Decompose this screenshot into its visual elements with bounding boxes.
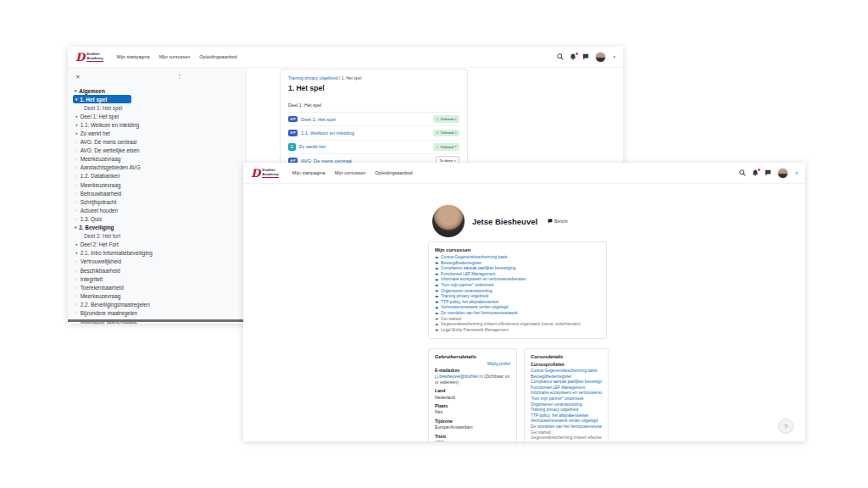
nav-item[interactable]: Mijn cursussen <box>335 170 366 175</box>
course-link[interactable]: Compliance aanpak jaarlijkse bevestiging <box>435 266 600 272</box>
course-link[interactable]: TTP-policy, het afsprakenstelsel <box>435 300 600 306</box>
course-index-item[interactable]: 2.2. Beveiligingsmaatregelen <box>73 300 241 308</box>
course-index-item[interactable]: 1. Het spel <box>73 95 131 103</box>
course-index-item[interactable]: Schrijfopdracht <box>73 197 241 206</box>
course-profile-link[interactable]: TTP-policy, het afsprakenstelsel <box>531 413 602 419</box>
search-icon[interactable] <box>557 53 564 60</box>
messages-icon[interactable] <box>765 169 771 176</box>
user-menu-caret-icon[interactable]: ▾ <box>795 170 798 175</box>
activity-row: Deel 1: Het spel Voltooid <box>288 113 459 126</box>
course-link-label: Compliance aanpak jaarlijkse bevestiging <box>441 266 515 272</box>
course-index-item[interactable]: Deel 2: Het Fort <box>73 241 241 249</box>
course-link[interactable]: Get started <box>435 317 600 323</box>
completion-status-button[interactable]: Voltooid <box>433 115 459 123</box>
course-index-item[interactable]: Betrouwbaarheid <box>73 189 241 197</box>
breadcrumb-course-link[interactable]: Training privacy uitgebreid <box>288 75 337 80</box>
course-profile-link[interactable]: Get started <box>531 430 602 436</box>
course-profile-link[interactable]: Training privacy uitgebreid <box>531 408 602 413</box>
course-index-item[interactable]: Multifactor authenticatie <box>73 318 241 324</box>
search-icon[interactable] <box>739 169 746 176</box>
course-profile-link[interactable]: Functioneel LEF Management <box>531 385 602 391</box>
course-index-item[interactable]: Bijzondere maatregelen <box>73 308 241 317</box>
course-link[interactable]: Vertrouwensnetwerk verder uitgelegd <box>435 305 600 311</box>
close-drawer-icon[interactable]: ✕ <box>75 74 80 80</box>
graduation-cap-icon <box>435 262 439 264</box>
course-index-item[interactable]: Deel 1: Het spel <box>73 103 241 112</box>
course-profile-link[interactable]: Organiseren verantwoording <box>531 402 602 408</box>
course-index-item-label: Meerkeuzevraag <box>81 156 121 162</box>
completion-status-button[interactable]: Voltooid <box>433 143 459 151</box>
course-link[interactable]: Organiseren verantwoording <box>435 289 600 295</box>
course-index-item[interactable]: Integriteit <box>73 274 241 283</box>
completion-status-button[interactable]: Voltooid <box>433 130 459 137</box>
notification-badge <box>758 169 760 171</box>
message-button[interactable]: Bericht <box>548 219 568 224</box>
course-profile-link[interactable]: Compliance aanpak jaarlijkse bevestiging <box>531 380 602 385</box>
course-profile-link[interactable]: Cursus Gegevensbescherming basis <box>531 369 602 374</box>
course-index-item[interactable]: Deel 1: Het spel <box>73 112 241 120</box>
course-index-item[interactable]: AVG: De mens centraal <box>73 138 241 147</box>
nav-item[interactable]: Mijn cursussen <box>159 54 191 59</box>
course-profile-link[interactable]: "Ken mijn partner" onderzoek <box>531 396 602 402</box>
course-index-item[interactable]: 2. Beveiliging <box>73 224 241 232</box>
activity-link[interactable]: 1.1. Welkom en inleiding <box>301 130 354 136</box>
course-index-item[interactable]: Vertrouwelijkheid <box>73 258 241 266</box>
nav-item[interactable]: Mijn startpagina <box>292 170 326 175</box>
course-index-item[interactable]: AVG: De wettelijke eisen <box>73 147 241 155</box>
course-link[interactable]: Training privacy uitgebreid <box>435 294 600 300</box>
nav-item[interactable]: Opleidingsaanbod <box>199 54 236 59</box>
nav-item[interactable]: Opleidingsaanbod <box>375 170 412 175</box>
notifications-bell-icon[interactable] <box>570 53 576 60</box>
course-index-item[interactable]: Meerkeuzevraag <box>73 155 241 164</box>
activity-link[interactable]: Zo werkt het <box>299 144 326 149</box>
user-menu-caret-icon[interactable]: ▾ <box>613 54 615 59</box>
brand-d-icon: D <box>251 169 260 178</box>
course-link[interactable]: Legal Entity Framework Management <box>435 328 600 334</box>
course-index-item[interactable]: Zo werkt het <box>73 129 241 137</box>
course-index-item[interactable]: Toerekenbaarheid <box>73 283 241 291</box>
course-link[interactable]: Bevoegdhedenregister <box>435 261 600 267</box>
user-avatar[interactable] <box>595 52 606 63</box>
brand-logo[interactable]: D DuthlerAcademy <box>75 52 103 63</box>
activity-type-icon <box>288 116 298 123</box>
course-link-label: Vertrouwensnetwerk verder uitgelegd <box>441 305 508 311</box>
graduation-cap-icon <box>435 329 439 331</box>
drawer-grip-icon[interactable]: ⋮ <box>176 73 182 80</box>
course-index-item[interactable]: Meerkeuzevraag <box>73 180 241 189</box>
course-index-item[interactable]: Actueel houden <box>73 206 241 214</box>
messages-icon[interactable] <box>582 53 589 60</box>
course-profile-link[interactable]: Gegevensbescherming initieert effectieve… <box>531 435 602 441</box>
course-index-item[interactable]: Deel 2: Het fort <box>73 232 241 241</box>
course-index-item[interactable]: 1.1. Welkom en inleiding <box>73 120 241 129</box>
course-link-label: Legal Entity Framework Management <box>441 328 509 334</box>
course-profile-link[interactable]: De voordelen van het Vertrouwensnetwerk <box>531 424 602 430</box>
graduation-cap-icon <box>435 268 439 270</box>
user-avatar[interactable] <box>777 168 788 179</box>
nav-item[interactable]: Mijn startpagina <box>117 54 150 59</box>
course-index-item[interactable]: Meerkeuzevraag <box>73 291 241 300</box>
course-link[interactable]: Informatie ecosysteem en vertrouwensdien… <box>435 277 600 283</box>
help-button[interactable]: ? <box>778 419 793 434</box>
course-profile-link[interactable]: Vertrouwensnetwerk verder uitgelegd <box>531 419 602 424</box>
graduation-cap-icon <box>435 279 439 281</box>
course-index-item[interactable]: 1.2. Databanken <box>73 172 241 180</box>
course-link[interactable]: "Ken mijn partner" onderzoek <box>435 283 600 289</box>
graduation-cap-icon <box>435 273 439 275</box>
course-link[interactable]: De voordelen van het Vertrouwensnetwerk <box>435 311 600 317</box>
course-link[interactable]: Gegevensbescherming initieert effectieve… <box>435 322 600 328</box>
course-link[interactable]: Cursus Gegevensbescherming basis <box>435 255 600 261</box>
course-index-item[interactable]: 1.3. Quiz <box>73 214 241 223</box>
course-index-item[interactable]: 2.1. Intro informatiebeveiliging <box>73 249 241 258</box>
notifications-bell-icon[interactable] <box>752 169 759 176</box>
course-profile-link[interactable]: Bevoegdhedenregister <box>531 374 602 380</box>
course-index-item[interactable]: Algemeen <box>73 86 241 95</box>
course-index-item[interactable]: Beschikbaarheid <box>73 266 241 274</box>
course-index-item-label: 2.2. Beveiligingsmaatregelen <box>81 302 150 308</box>
activity-link[interactable]: Deel 1: Het spel <box>301 117 336 122</box>
edit-profile-link[interactable]: Wijzig profiel <box>435 362 510 366</box>
course-index-item[interactable]: Aandachtsgebieden AVG <box>73 164 241 172</box>
course-profile-link[interactable]: Informatie ecosysteem en vertrouwensdien… <box>531 391 602 396</box>
brand-logo[interactable]: D DuthlerAcademy <box>251 168 279 179</box>
course-link[interactable]: Functioneel LEF Management <box>435 272 600 278</box>
graduation-cap-icon <box>435 301 439 303</box>
